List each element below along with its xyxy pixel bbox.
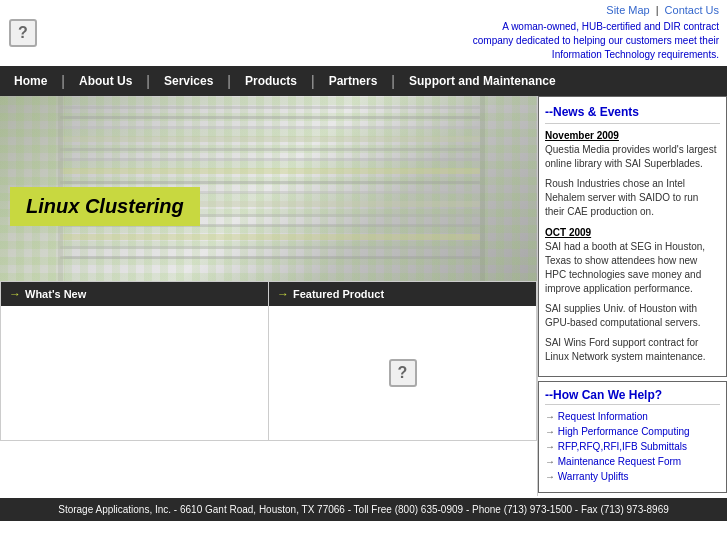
oct2009-date: OCT 2009 [545,225,720,240]
oct2009-text1: SAI had a booth at SEG in Houston, Texas… [545,240,720,296]
logo-placeholder: ? [9,19,37,47]
how-can-we-help-section: --How Can We Help? Request Information H… [538,381,727,493]
nav-support[interactable]: Support and Maintenance [395,66,570,96]
top-nav-links: Site Map | Contact Us [606,4,719,16]
main-nav: Home | About Us | Services | Products | … [0,66,727,96]
site-map-link[interactable]: Site Map [606,4,649,16]
nov2009-date: November 2009 [545,128,720,143]
logo-area: ? [8,18,38,48]
svg-rect-4 [60,148,480,151]
featured-product-header: → Featured Product [269,282,536,306]
svg-rect-6 [60,168,480,174]
whats-new-header: → What's New [1,282,268,306]
svg-rect-7 [60,181,480,184]
top-bar: ? Site Map | Contact Us A woman-owned, H… [0,0,727,66]
help-link-0[interactable]: Request Information [545,411,720,422]
nav-products[interactable]: Products [231,66,311,96]
footer-text: Storage Applications, Inc. - 6610 Gant R… [58,504,669,515]
svg-rect-0 [60,106,480,109]
whats-new-label: What's New [25,288,86,300]
nov2009-text1: Questia Media provides world's largest o… [545,143,720,171]
svg-rect-5 [60,158,480,161]
nav-home[interactable]: Home [0,66,61,96]
svg-rect-1 [60,116,480,119]
svg-rect-3 [60,136,480,142]
nav-sep: | [656,4,659,16]
oct2009-text3: SAI Wins Ford support contract for Linux… [545,336,720,364]
content-area: Linux Clustering → What's New → Featured… [0,96,537,496]
svg-rect-12 [60,234,480,240]
hero-banner: Linux Clustering [0,96,537,281]
svg-rect-16 [480,96,485,281]
featured-product-label: Featured Product [293,288,384,300]
hero-label: Linux Clustering [10,187,200,226]
news-events-section: --News & Events November 2009 Questia Me… [538,96,727,377]
news-events-header: --News & Events [545,103,720,124]
main-layout: Linux Clustering → What's New → Featured… [0,96,727,496]
contact-us-link[interactable]: Contact Us [665,4,719,16]
lower-panels: → What's New → Featured Product ? [0,281,537,441]
svg-rect-14 [60,256,480,259]
footer: Storage Applications, Inc. - 6610 Gant R… [0,498,727,521]
help-link-1[interactable]: High Performance Computing [545,426,720,437]
help-link-2[interactable]: RFP,RFQ,RFI,IFB Submittals [545,441,720,452]
featured-placeholder-icon: ? [389,359,417,387]
nav-partners[interactable]: Partners [315,66,392,96]
sidebar: --News & Events November 2009 Questia Me… [537,96,727,496]
whats-new-panel: → What's New [1,282,269,440]
svg-rect-2 [60,126,480,129]
help-link-4[interactable]: Warranty Uplifts [545,471,720,482]
nav-about[interactable]: About Us [65,66,146,96]
whats-new-arrow: → [9,287,21,301]
whats-new-body [1,306,268,440]
help-header: --How Can We Help? [545,388,720,405]
svg-rect-13 [60,246,480,249]
featured-product-body: ? [269,306,536,440]
featured-arrow: → [277,287,289,301]
featured-product-panel: → Featured Product ? [269,282,536,440]
nav-services[interactable]: Services [150,66,227,96]
nov2009-text2: Roush Industries chose an Intel Nehalem … [545,177,720,219]
company-tagline: A woman-owned, HUB-certified and DIR con… [473,20,719,62]
oct2009-text2: SAI supplies Univ. of Houston with GPU-b… [545,302,720,330]
help-link-3[interactable]: Maintenance Request Form [545,456,720,467]
